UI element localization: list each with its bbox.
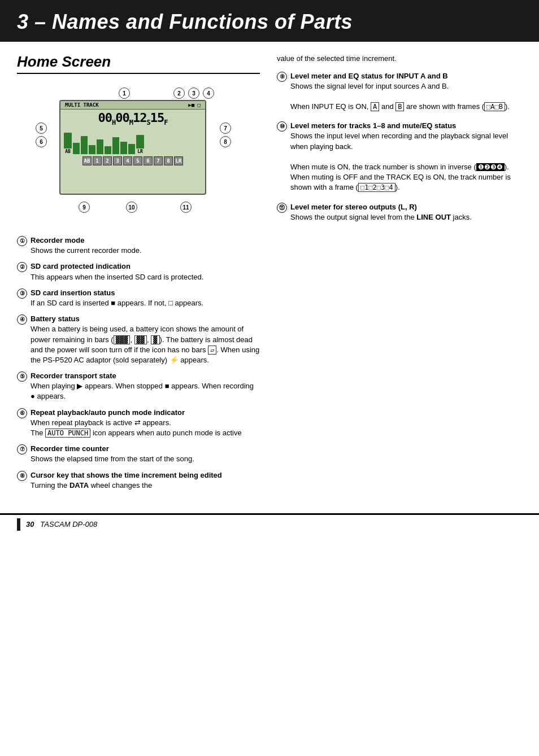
meter-col-8 (128, 144, 135, 154)
item-num-6: ⑥ (17, 408, 27, 418)
data-wheel-label: DATA (69, 481, 89, 490)
track-lr: LR (174, 156, 183, 165)
item-title-10: Level meters for tracks 1–8 and mute/EQ … (290, 121, 456, 130)
screen-tracks: AB 1 2 3 4 5 6 7 8 LR (60, 155, 205, 167)
list-item-2: ② SD card protected indication This appe… (17, 261, 260, 282)
screen-top-row: MULTI TRACK ▶■ □ (60, 101, 205, 110)
page-container: 3 – Names and Functions of Parts Home Sc… (0, 0, 539, 534)
footer-brand: TASCAM DP-008 (40, 520, 97, 528)
screen-time-display: 00H00M12S15F (60, 110, 205, 127)
track-7: 7 (154, 156, 163, 165)
track-8: 8 (164, 156, 173, 165)
item-content-7: Recorder time counter Shows the elapsed … (31, 444, 260, 464)
item-num-2: ② (17, 262, 27, 272)
item-num-4: ④ (17, 314, 27, 325)
item-body-11: Shows the output signal level from the L… (290, 213, 472, 221)
track-4: 4 (123, 156, 132, 165)
eq-frames-badge: ⬚A⬚B (484, 102, 505, 111)
callout-6: 6 (36, 136, 47, 147)
callout-1: 1 (119, 88, 130, 99)
item-body-4: When a battery is being used, a battery … (31, 325, 259, 364)
item-body-9a: Shows the signal level for input sources… (290, 82, 449, 90)
meter-bar-3 (89, 145, 95, 154)
item-content-9: Level meter and EQ status for INPUT A an… (290, 71, 522, 112)
right-column: value of the selected time increment. ⑨ … (271, 53, 522, 496)
list-item-4: ④ Battery status When a battery is being… (17, 314, 260, 365)
item-body-10b: When mute is ON, the track number is sho… (290, 163, 511, 191)
item-num-1: ① (17, 236, 27, 246)
list-item-3: ③ SD card insertion status If an SD card… (17, 288, 260, 308)
item-num-7: ⑦ (17, 444, 27, 455)
left-column: Home Screen MULTI TRACK ▶■ □ 00H00M12S15… (17, 53, 260, 496)
battery-full: ▓▓▓ (114, 335, 131, 344)
device-screen: MULTI TRACK ▶■ □ 00H00M12S15F AB (59, 100, 206, 195)
callout-3: 3 (188, 88, 199, 99)
item-content-4: Battery status When a battery is being u… (31, 314, 260, 365)
track-5: 5 (133, 156, 142, 165)
item-content-8: Cursor key that shows the time increment… (31, 470, 260, 491)
line-out-label: LINE OUT (416, 213, 451, 221)
battery-mid: ▓▓ (134, 335, 147, 344)
meter-label-lr: LR (137, 149, 143, 154)
item-content-10: Level meters for tracks 1–8 and mute/EQ … (290, 121, 522, 193)
callout-5: 5 (36, 123, 47, 134)
item-content-11: Level meter for stereo outputs (L, R) Sh… (290, 202, 522, 222)
item-title-11: Level meter for stereo outputs (L, R) (290, 203, 417, 211)
screen-top-icons: ▶■ □ (188, 102, 201, 108)
track-3: 3 (113, 156, 122, 165)
meter-col-6 (112, 137, 119, 154)
item-title-7: Recorder time counter (31, 444, 109, 453)
list-item-1: ① Recorder mode Shows the current record… (17, 235, 260, 256)
mute-inverse-badge: ❶❷❸❹ (476, 163, 505, 171)
meter-bar-5 (105, 146, 111, 154)
item-title-6: Repeat playback/auto punch mode indicato… (31, 408, 185, 417)
meter-col-3 (89, 145, 95, 154)
right-item-10: ⑩ Level meters for tracks 1–8 and mute/E… (277, 121, 522, 193)
item-title-3: SD card insertion status (31, 289, 115, 297)
track-6: 6 (144, 156, 153, 165)
callout-10: 10 (126, 202, 137, 213)
eq-a-badge: A (371, 102, 379, 111)
list-item-8: ⑧ Cursor key that shows the time increme… (17, 470, 260, 491)
item-title-2: SD card protected indication (31, 262, 131, 270)
footer-bar (17, 518, 20, 531)
battery-empty: ▱ (208, 346, 216, 355)
screen-mode-label: MULTI TRACK (65, 102, 99, 108)
meter-bar-6 (112, 137, 119, 154)
item-content-5: Recorder transport state When playing ▶ … (31, 371, 260, 402)
trackeq-frame-badge: ⬚1⬚2⬚3⬚4 (358, 183, 395, 192)
meter-label-a: AB (65, 149, 71, 154)
page-footer: 30 TASCAM DP-008 (0, 513, 539, 534)
meter-col-5 (105, 146, 111, 154)
item-num-3: ③ (17, 289, 27, 299)
item-body-8: Turning the DATA wheel changes the (31, 481, 152, 490)
item-body-3: If an SD card is inserted ■ appears. If … (31, 299, 203, 307)
screen-meters: AB (60, 127, 205, 155)
callout-11: 11 (180, 202, 192, 213)
callout-9: 9 (79, 202, 90, 213)
page-header: 3 – Names and Functions of Parts (0, 0, 539, 42)
list-item-6: ⑥ Repeat playback/auto punch mode indica… (17, 408, 260, 439)
item-num-5: ⑤ (17, 372, 27, 382)
item-title-9: Level meter and EQ status for INPUT A an… (290, 72, 448, 80)
device-diagram: MULTI TRACK ▶■ □ 00H00M12S15F AB (31, 83, 246, 230)
list-item-5: ⑤ Recorder transport state When playing … (17, 371, 260, 402)
item-title-1: Recorder mode (31, 236, 84, 244)
item-content-3: SD card insertion status If an SD card i… (31, 288, 260, 308)
battery-low: ▓ (151, 335, 159, 344)
left-items-list: ① Recorder mode Shows the current record… (17, 235, 260, 491)
item-body-10a: Shows the input level when recording and… (290, 132, 508, 150)
screen-time-value: 00H00M12S15F (98, 112, 168, 126)
eq-b-badge: B (395, 102, 404, 111)
item-body-9b: When INPUT EQ is ON, A and B are shown w… (290, 102, 510, 111)
item-body-1: Shows the current recorder mode. (31, 246, 142, 255)
item-body-2: This appears when the inserted SD card i… (31, 273, 203, 281)
item-body-6: When repeat playback is active ⇄ appears… (31, 418, 242, 437)
meter-col-1 (73, 143, 80, 154)
meter-col-a: AB (64, 133, 72, 154)
section-title: Home Screen (17, 53, 260, 74)
item-title-8: Cursor key that shows the time increment… (31, 471, 222, 479)
meter-bar-8 (128, 144, 135, 154)
meter-bar-7 (120, 142, 127, 154)
meter-bar-a (64, 133, 72, 148)
